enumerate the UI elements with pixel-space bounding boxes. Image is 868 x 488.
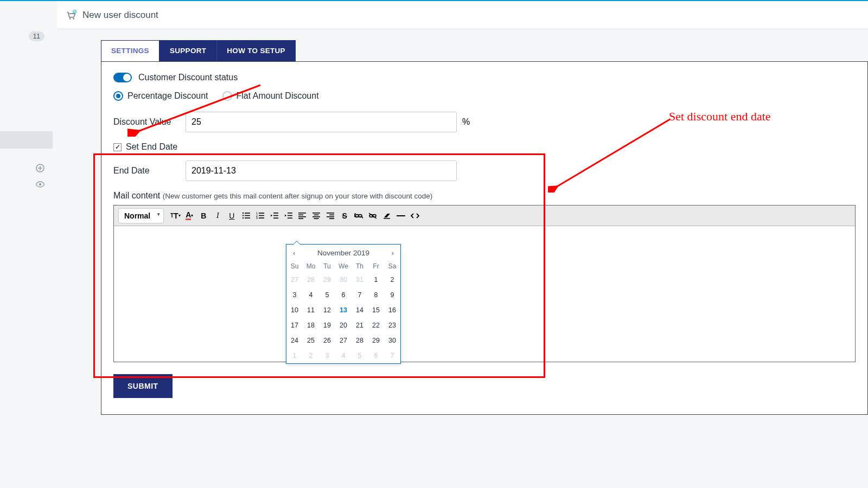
tab-support[interactable]: SUPPORT: [159, 40, 216, 61]
datepicker-day[interactable]: 6: [368, 348, 384, 363]
datepicker-day[interactable]: 20: [335, 318, 352, 333]
svg-rect-19: [273, 217, 278, 219]
datepicker-day[interactable]: 13: [335, 303, 352, 318]
cart-icon: [65, 9, 77, 21]
datepicker-day[interactable]: 5: [319, 287, 335, 303]
datepicker-day[interactable]: 7: [384, 348, 400, 363]
svg-rect-15: [259, 215, 264, 216]
mail-editor[interactable]: Normal TT▾ A▾ B I U 123: [113, 205, 856, 362]
datepicker-day[interactable]: 16: [384, 303, 400, 318]
datepicker-day[interactable]: 6: [335, 287, 352, 303]
datepicker-day[interactable]: 10: [286, 303, 303, 318]
datepicker-day[interactable]: 4: [303, 287, 319, 303]
datepicker-dow: Sa: [384, 260, 400, 272]
underline-icon[interactable]: U: [226, 210, 238, 222]
datepicker-day[interactable]: 30: [335, 272, 352, 287]
datepicker-day[interactable]: 1: [368, 272, 384, 287]
submit-button[interactable]: SUBMIT: [113, 374, 173, 398]
datepicker-next[interactable]: ›: [390, 249, 397, 257]
bold-icon[interactable]: B: [197, 210, 209, 222]
tab-how-to-setup[interactable]: HOW TO SETUP: [216, 40, 296, 61]
sidebar-active-item[interactable]: [0, 131, 53, 149]
svg-rect-25: [298, 216, 306, 217]
svg-rect-28: [314, 214, 319, 215]
svg-text:3: 3: [256, 216, 258, 219]
outdent-icon[interactable]: [268, 210, 280, 222]
svg-rect-39: [384, 218, 390, 219]
heading-select[interactable]: Normal: [118, 208, 164, 223]
datepicker-day[interactable]: 29: [368, 333, 384, 348]
unordered-list-icon[interactable]: [240, 210, 252, 222]
datepicker-day[interactable]: 27: [286, 272, 303, 287]
mail-content-hint: (New customer gets this mail content aft…: [163, 192, 432, 200]
datepicker-day[interactable]: 27: [335, 333, 352, 348]
datepicker-day[interactable]: 4: [335, 348, 352, 363]
datepicker-dow: Th: [352, 260, 368, 272]
status-toggle[interactable]: [113, 73, 132, 82]
datepicker-day[interactable]: 30: [384, 333, 400, 348]
discount-value-input[interactable]: [186, 112, 457, 132]
align-right-icon[interactable]: [324, 210, 336, 222]
datepicker-day[interactable]: 3: [286, 287, 303, 303]
datepicker-day[interactable]: 22: [368, 318, 384, 333]
datepicker-day[interactable]: 19: [319, 318, 335, 333]
svg-rect-20: [288, 213, 292, 214]
status-label: Customer Discount status: [138, 73, 238, 82]
datepicker-day[interactable]: 14: [352, 303, 368, 318]
add-icon[interactable]: [36, 164, 44, 172]
set-end-date-checkbox[interactable]: [113, 143, 122, 151]
datepicker-day[interactable]: 3: [319, 348, 335, 363]
datepicker-day[interactable]: 2: [303, 348, 319, 363]
tab-settings[interactable]: SETTINGS: [101, 40, 159, 61]
datepicker-dow: Fr: [368, 260, 384, 272]
datepicker-day[interactable]: 23: [384, 318, 400, 333]
align-left-icon[interactable]: [296, 210, 308, 222]
align-center-icon[interactable]: [310, 210, 322, 222]
svg-rect-10: [245, 217, 250, 219]
unlink-icon[interactable]: [367, 210, 379, 222]
link-icon[interactable]: [353, 210, 365, 222]
datepicker-day[interactable]: 11: [303, 303, 319, 318]
svg-rect-34: [329, 218, 334, 219]
datepicker-day[interactable]: 28: [352, 333, 368, 348]
datepicker-day[interactable]: 31: [352, 272, 368, 287]
datepicker-day[interactable]: 15: [368, 303, 384, 318]
datepicker-day[interactable]: 12: [319, 303, 335, 318]
ordered-list-icon[interactable]: 123: [254, 210, 266, 222]
svg-rect-14: [259, 213, 264, 214]
datepicker-day[interactable]: 8: [368, 287, 384, 303]
end-date-input[interactable]: [186, 160, 457, 181]
datepicker-day[interactable]: 25: [303, 333, 319, 348]
datepicker-day[interactable]: 7: [352, 287, 368, 303]
italic-icon[interactable]: I: [212, 210, 224, 222]
strikethrough-icon[interactable]: S: [339, 210, 350, 222]
datepicker-day[interactable]: 26: [319, 333, 335, 348]
datepicker-day[interactable]: 29: [319, 272, 335, 287]
radio-flat-label: Flat Amount Discount: [237, 91, 319, 101]
datepicker-day[interactable]: 21: [352, 318, 368, 333]
datepicker-day[interactable]: 18: [303, 318, 319, 333]
datepicker-day[interactable]: 9: [384, 287, 400, 303]
indent-icon[interactable]: [282, 210, 294, 222]
eraser-icon[interactable]: [381, 210, 393, 222]
font-size-icon[interactable]: TT▾: [169, 210, 181, 222]
font-color-icon[interactable]: A▾: [183, 210, 195, 222]
datepicker-day[interactable]: 17: [286, 318, 303, 333]
sidebar: 11: [0, 1, 57, 488]
svg-rect-30: [314, 218, 319, 219]
svg-rect-21: [288, 215, 292, 216]
horizontal-rule-icon[interactable]: [395, 210, 407, 222]
datepicker-day[interactable]: 5: [352, 348, 368, 363]
radio-flat[interactable]: [222, 91, 232, 101]
page-title: New user discount: [82, 10, 158, 21]
datepicker-day[interactable]: 2: [384, 272, 400, 287]
radio-percentage[interactable]: [113, 91, 123, 101]
datepicker-day[interactable]: 1: [286, 348, 303, 363]
datepicker-day[interactable]: 24: [286, 333, 303, 348]
preview-icon[interactable]: [36, 181, 44, 188]
datepicker-day[interactable]: 28: [303, 272, 319, 287]
datepicker-prev[interactable]: ‹: [291, 249, 298, 257]
datepicker-dow: Mo: [303, 260, 319, 272]
svg-rect-40: [397, 215, 405, 216]
code-icon[interactable]: [409, 210, 421, 222]
